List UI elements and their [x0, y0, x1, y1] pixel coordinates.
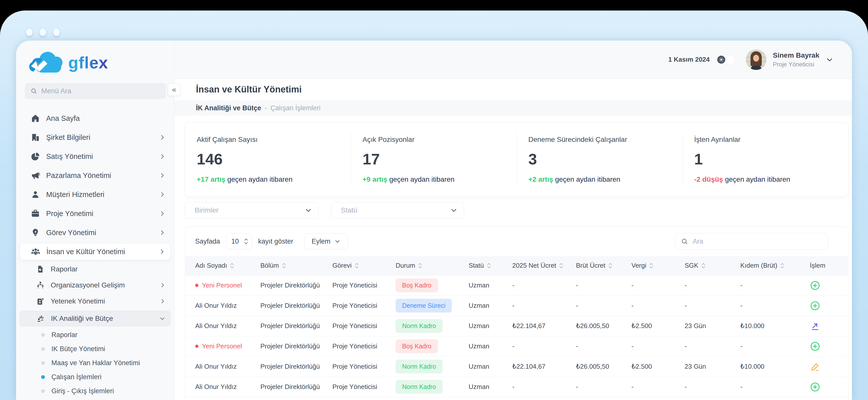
stats-card: Aktif Çalışan Sayısı 146 +17 artış geçen… — [185, 122, 848, 197]
app-logo: gflex — [27, 49, 174, 76]
search-icon — [30, 87, 37, 95]
sidebar-leaf-calisan-islemleri[interactable]: Çalışan İşlemleri — [16, 370, 174, 384]
logo-wordmark: gflex — [68, 53, 108, 72]
breadcrumb-primary[interactable]: İK Analitiği ve Bütçe — [196, 104, 261, 112]
home-icon — [31, 113, 40, 123]
table-row[interactable]: Ali Onur Yıldız Projeler Direktörlüğü Pr… — [185, 296, 848, 316]
chevron-right-icon — [160, 282, 165, 288]
sidebar-leaf-maas-ve-yan-haklar[interactable]: Maaş ve Yan Haklar Yönetimi — [16, 356, 174, 370]
sort-icon[interactable] — [780, 262, 785, 269]
sidebar-subitem-ik-analitigi-ve-butce[interactable]: IK Analitiği ve Bütçe — [20, 311, 170, 326]
sort-icon[interactable] — [608, 262, 613, 269]
edit-record-icon[interactable] — [806, 361, 848, 372]
add-record-icon[interactable] — [806, 382, 848, 392]
sort-icon[interactable] — [649, 262, 654, 269]
window-dot[interactable] — [40, 29, 46, 36]
status-badge: Boş Kadro — [396, 339, 438, 353]
sort-icon[interactable] — [418, 262, 423, 269]
sort-icon[interactable] — [354, 262, 359, 269]
user-menu-chevron-icon[interactable] — [826, 56, 833, 63]
add-record-icon[interactable] — [806, 300, 848, 311]
sort-icon[interactable] — [559, 262, 564, 269]
stat-delta: +2 artış — [528, 175, 553, 183]
table-row[interactable]: Yeni Personel Projeler Direktörlüğü Proj… — [185, 336, 848, 356]
lightbulb-icon — [31, 228, 40, 237]
sidebar-subitem-organizasyonel-gelisim[interactable]: Organizasyonel Gelişim — [16, 277, 174, 293]
employee-table-card: Sayfada 10 kayıt göster Eylem — [185, 226, 848, 400]
window-controls[interactable] — [26, 29, 60, 36]
status-badge: Boş Kadro — [396, 278, 438, 292]
app-window: gflex Ana Sayfa Ş — [16, 41, 852, 400]
sidebar-leaf-bordro-yonetimi[interactable]: Bordro Yönetimi — [16, 398, 174, 400]
table-header: Adı Soyadı Bölüm Görevi Durum Statü 2025… — [185, 256, 848, 275]
page-content: Aktif Çalışan Sayısı 146 +17 artış geçen… — [174, 116, 852, 400]
sidebar-collapse-button[interactable]: « — [168, 83, 180, 96]
action-dropdown-button[interactable]: Eylem — [304, 233, 348, 249]
sidebar-item-satis-yonetimi[interactable]: Satış Yönetimi — [16, 147, 174, 166]
page-title: İnsan ve Kültür Yönetimi — [196, 84, 302, 95]
sidebar-item-proje-yonetimi[interactable]: Proje Yönetimi — [16, 204, 174, 223]
sidebar-leaf-giris-cikis-islemleri[interactable]: Giriş - Çıkış İşlemleri — [16, 384, 174, 398]
add-record-icon[interactable] — [806, 280, 848, 291]
sidebar-leaf-raporlar[interactable]: Raporlar — [16, 328, 174, 342]
table-row[interactable]: Ali Onur Yıldız Projeler Direktörlüğü Pr… — [185, 377, 848, 397]
active-bullet-dot-icon — [41, 375, 45, 379]
search-icon — [681, 237, 688, 245]
table-search[interactable] — [675, 233, 828, 249]
chevron-down-icon — [450, 207, 457, 214]
table-row[interactable]: Ali Onur Yıldız Projeler Direktörlüğü Pr… — [185, 356, 848, 377]
sort-icon[interactable] — [281, 262, 286, 269]
menu-search-input[interactable] — [41, 87, 160, 95]
stat-delta: +9 artış — [363, 175, 388, 183]
chevron-right-icon — [159, 172, 165, 179]
stat-open-positions: Açık Pozisyonlar 17 +9 artış geçen aydan… — [351, 133, 517, 187]
user-name: Sinem Bayrak — [773, 52, 819, 59]
chevron-right-icon — [160, 298, 165, 304]
sidebar-leaf-ik-butce-yonetimi[interactable]: IK Bütçe Yönetimi — [16, 342, 174, 356]
id-badge-icon — [36, 297, 45, 305]
user-info[interactable]: Sinem Bayrak Proje Yöneticisi — [773, 52, 819, 68]
breadcrumb: İK Analitiği ve Bütçe - Çalışan İşlemler… — [174, 100, 852, 116]
chevron-down-icon — [305, 207, 312, 214]
sidebar-subitem-yetenek-yonetimi[interactable]: Yetenek Yönetimi — [16, 293, 174, 309]
filter-bar: Birimler Statü — [185, 202, 848, 218]
status-badge: Norm Kadro — [396, 360, 442, 373]
sort-icon[interactable] — [701, 262, 706, 269]
sort-icon[interactable] — [229, 262, 235, 269]
stepper-arrows-icon[interactable] — [244, 238, 248, 244]
window-dot[interactable] — [53, 29, 60, 36]
employee-table: Adı Soyadı Bölüm Görevi Durum Statü 2025… — [185, 256, 848, 400]
sidebar-item-musteri-hizmetleri[interactable]: Müşteri Hizmetleri — [16, 185, 174, 204]
table-search-input[interactable] — [693, 238, 822, 245]
units-select[interactable]: Birimler — [185, 202, 319, 218]
sidebar-item-pazarlama-yonetimi[interactable]: Pazarlama Yönetimi — [16, 166, 174, 185]
bullet-dot-icon — [41, 333, 45, 337]
sidebar-item-sirket-bilgileri[interactable]: Şirket Bilgileri — [16, 128, 174, 147]
sidebar-item-ana-sayfa[interactable]: Ana Sayfa — [16, 109, 174, 128]
status-select[interactable]: Statü — [331, 202, 464, 218]
menu-search[interactable] — [25, 83, 165, 99]
page-size-stepper[interactable]: 10 — [226, 233, 252, 249]
theme-toggle[interactable] — [716, 55, 735, 65]
stat-active-employees: Aktif Çalışan Sayısı 146 +17 artış geçen… — [185, 133, 351, 187]
sidebar: gflex Ana Sayfa Ş — [16, 41, 174, 400]
chevron-right-icon — [159, 210, 165, 217]
table-row[interactable]: Ali Onur Yıldız Projeler Direktörlüğü Pr… — [185, 397, 848, 400]
analytics-icon — [36, 314, 45, 323]
sidebar-item-insan-ve-kultur[interactable]: İnsan ve Kültür Yönetimi — [20, 243, 170, 260]
sort-icon[interactable] — [487, 262, 491, 269]
status-badge: Norm Kadro — [396, 319, 442, 333]
main-area: 1 Kasım 2024 — [174, 41, 852, 400]
top-header: 1 Kasım 2024 — [174, 41, 852, 79]
user-avatar[interactable] — [746, 49, 766, 70]
table-row[interactable]: Yeni Personel Projeler Direktörlüğü Proj… — [185, 275, 848, 296]
add-record-icon[interactable] — [806, 341, 848, 352]
window-dot[interactable] — [26, 29, 33, 36]
sidebar-item-gorev-yonetimi[interactable]: Görev Yönetimi — [16, 223, 174, 242]
stat-delta: +17 artış — [197, 175, 225, 183]
briefcase-icon — [31, 209, 40, 218]
open-detail-icon[interactable] — [806, 321, 848, 331]
building-icon — [31, 133, 40, 142]
sidebar-subitem-raporlar[interactable]: Raporlar — [16, 261, 174, 277]
table-row[interactable]: Ali Onur Yıldız Projeler Direktörlüğü Pr… — [185, 316, 848, 336]
